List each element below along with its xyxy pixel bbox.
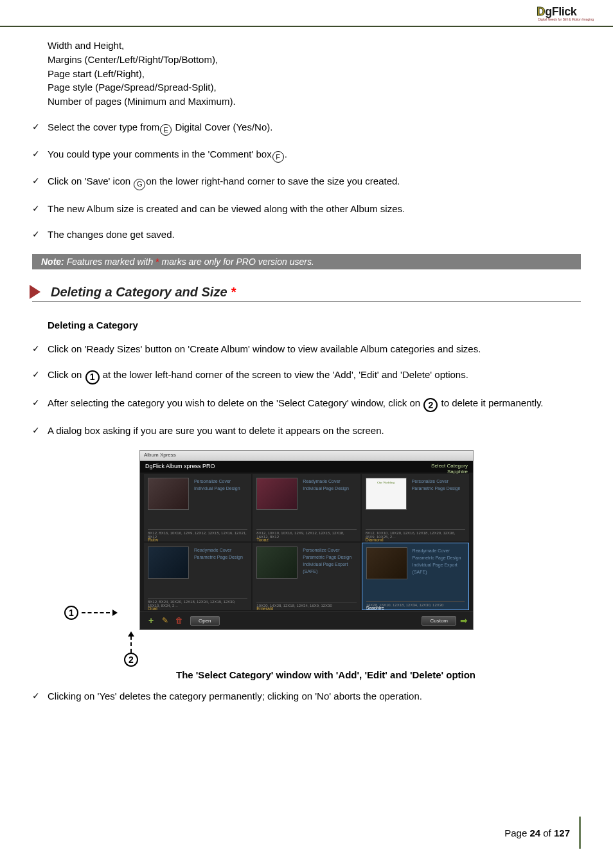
cell-line: Parametric Page Design xyxy=(412,486,461,491)
text: Digital Cover (Yes/No). xyxy=(172,122,272,132)
check-icon: ✓ xyxy=(32,120,48,134)
list-item: ✓ The new Album size is created and can … xyxy=(32,202,581,217)
spec-line: Width and Height, xyxy=(48,39,581,53)
logo-rest: gFlick xyxy=(545,5,576,18)
circled-letter: E xyxy=(160,124,172,136)
cell-name: Emerald xyxy=(256,606,273,610)
spec-line: Number of pages (Minimum and Maximum). xyxy=(48,95,581,109)
category-cell[interactable]: Readymade CoverIndividual Page Design 8X… xyxy=(253,474,360,541)
brand-text: DgFlick Album xpress PRO xyxy=(145,463,215,471)
list-item: ✓ After selecting the category you wish … xyxy=(32,396,581,413)
star-icon: * xyxy=(231,285,236,299)
page-total: 127 xyxy=(554,827,570,838)
cell-name: Opal xyxy=(148,606,157,610)
section-title: Deleting a Category and Size xyxy=(51,285,231,299)
list-item: ✓ You could type your comments in the 'C… xyxy=(32,147,581,163)
circled-number: 2 xyxy=(423,398,438,412)
category-cell[interactable]: Our Wedding Personalize CoverParametric … xyxy=(362,474,469,541)
cell-name: Diamond xyxy=(366,538,384,541)
logo-tagline: Digital Needs for Still & Motion Imaging xyxy=(538,17,594,21)
circled-letter: F xyxy=(272,151,284,163)
open-button[interactable]: Open xyxy=(190,616,220,626)
annotation-1: 1 xyxy=(64,606,118,620)
category-cell-selected[interactable]: Readymade CoverParametric Page DesignInd… xyxy=(362,543,469,610)
text: on the lower right-hand corner to save t… xyxy=(146,176,400,186)
footer-bar xyxy=(579,817,581,849)
text: Clicking on 'Yes' deletes the category p… xyxy=(48,689,422,704)
figure: Album Xpress DgFlick Album xpress PRO Se… xyxy=(32,450,581,680)
figure-caption: The 'Select Category' window with 'Add',… xyxy=(176,669,475,680)
note-label: Note: xyxy=(41,257,64,267)
list-item: ✓ The changes done get saved. xyxy=(32,228,581,242)
checklist-3: ✓ Clicking on 'Yes' deletes the category… xyxy=(32,689,581,704)
edit-icon[interactable]: ✎ xyxy=(159,615,171,626)
cell-line: Individual Page Export (SAFE) xyxy=(303,562,348,574)
add-icon[interactable]: + xyxy=(145,615,157,626)
cell-line: Individual Page Design xyxy=(194,486,240,491)
next-arrow-icon[interactable]: ➡ xyxy=(460,615,468,626)
check-icon: ✓ xyxy=(32,228,48,241)
category-cell[interactable]: Personalize CoverParametric Page DesignI… xyxy=(253,543,360,610)
cell-name: Topaz xyxy=(256,538,269,541)
text: . xyxy=(285,149,287,159)
circled-number: 2 xyxy=(124,653,138,667)
logo-d: D xyxy=(537,5,545,18)
circled-letter: G xyxy=(134,179,145,190)
circled-number: 1 xyxy=(85,370,100,384)
delete-icon[interactable]: 🗑 xyxy=(173,615,185,626)
note-text: marks are only for PRO version users. xyxy=(159,257,314,267)
text: Click on 'Ready Sizes' button on 'Create… xyxy=(48,342,481,357)
check-icon: ✓ xyxy=(32,368,48,381)
list-item: ✓ Select the cover type fromE Digital Co… xyxy=(32,120,581,136)
cell-sizes: 8X12, 8X24, 10X20, 12X18, 12X34, 12X19, … xyxy=(148,598,247,608)
spec-line: Margins (Center/Left/Right/Top/Bottom), xyxy=(48,53,581,67)
window-brandbar: DgFlick Album xpress PRO Select Category… xyxy=(140,461,473,473)
category-grid: Personalize CoverIndividual Page Design … xyxy=(140,473,473,611)
cell-line: Individual Page Export (SAFE) xyxy=(413,563,458,574)
category-thumb xyxy=(366,547,407,579)
check-icon: ✓ xyxy=(32,202,48,215)
cell-line: Readymade Cover xyxy=(194,548,231,552)
check-icon: ✓ xyxy=(32,174,48,188)
cell-line: Parametric Page Design xyxy=(413,556,461,560)
check-icon: ✓ xyxy=(32,396,48,410)
brand-right-a: Select Category xyxy=(431,463,468,469)
cell-line: Personalize Cover xyxy=(412,479,449,484)
note-text: Features marked with xyxy=(64,257,155,267)
text: to delete it permanently. xyxy=(438,397,543,408)
cell-line: Readymade Cover xyxy=(303,479,340,484)
list-item: ✓ Click on 'Ready Sizes' button on 'Crea… xyxy=(32,342,581,357)
bottom-toolbar: + ✎ 🗑 Open Custom ➡ xyxy=(140,611,473,629)
text: The changes done get saved. xyxy=(48,228,175,242)
check-icon: ✓ xyxy=(32,424,48,437)
category-thumb xyxy=(148,547,189,579)
category-cell[interactable]: Readymade CoverParametric Page Design 8X… xyxy=(144,543,251,610)
check-icon: ✓ xyxy=(32,342,48,356)
custom-button[interactable]: Custom xyxy=(422,616,456,626)
note-bar: Note: Features marked with * marks are o… xyxy=(32,254,581,269)
page-header: DgFlick Digital Needs for Still & Motion… xyxy=(0,0,613,27)
footer-text: of xyxy=(540,827,554,838)
list-item: ✓ Click on 'Save' icon Gon the lower rig… xyxy=(32,174,581,190)
cell-sizes: 8X12, 10X10, 10X16, 12X9, 12X12, 12X15, … xyxy=(256,529,356,539)
spec-line: Page style (Page/Spread/Spread-Split), xyxy=(48,80,581,95)
spec-list: Width and Height, Margins (Center/Left/R… xyxy=(32,39,581,109)
category-cell[interactable]: Personalize CoverIndividual Page Design … xyxy=(144,474,251,541)
triangle-icon xyxy=(30,285,40,299)
cell-name: Ruby xyxy=(148,538,158,541)
spec-line: Page start (Left/Right), xyxy=(48,67,581,81)
text: You could type your comments in the 'Com… xyxy=(48,149,272,159)
text: A dialog box asking if you are sure you … xyxy=(48,424,384,439)
text: Select the cover type from xyxy=(48,122,159,132)
text: at the lower left-hand corner of the scr… xyxy=(100,369,468,380)
text: Click on 'Save' icon xyxy=(48,176,133,186)
cell-sizes: 8X12, 8X16, 10X16, 12X9, 12X12, 12X15, 1… xyxy=(148,529,247,539)
cell-line: Individual Page Design xyxy=(303,486,349,491)
page-number: 24 xyxy=(529,827,540,838)
category-thumb xyxy=(256,478,298,510)
logo: DgFlick Digital Needs for Still & Motion… xyxy=(537,5,594,21)
annotation-2: 2 xyxy=(123,631,139,667)
list-item: ✓ Click on 1 at the lower left-hand corn… xyxy=(32,368,581,384)
category-thumb xyxy=(148,478,189,510)
subheading: Deleting a Category xyxy=(48,320,581,330)
